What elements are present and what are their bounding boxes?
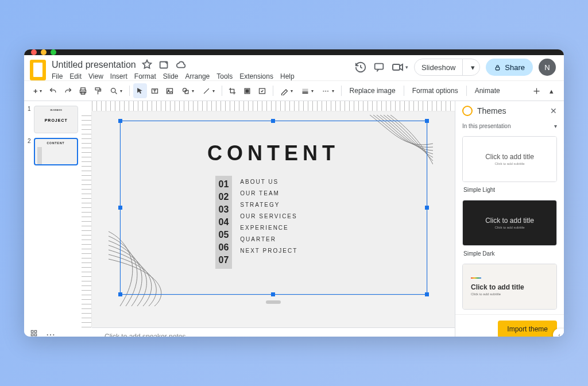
menu-arrange[interactable]: Arrange	[185, 72, 210, 80]
collapse-panel-icon[interactable]: ▴	[544, 83, 558, 98]
resize-handle[interactable]	[118, 292, 122, 296]
menu-file[interactable]: File	[52, 72, 63, 80]
format-options-button[interactable]: Format options	[408, 87, 463, 95]
themes-icon	[462, 106, 473, 116]
selection-outline	[120, 121, 427, 295]
svg-rect-10	[167, 88, 173, 94]
minimize-icon[interactable]	[41, 49, 47, 55]
resize-handle[interactable]	[425, 206, 429, 210]
svg-rect-18	[34, 330, 37, 333]
slide-thumbnail-1[interactable]: BUSINESS PROJECT	[34, 106, 78, 133]
svg-rect-17	[31, 330, 33, 333]
more-icon[interactable]: ⋯	[46, 329, 56, 337]
resize-handle[interactable]	[118, 119, 122, 123]
paint-format-button[interactable]	[91, 83, 105, 98]
workspace: 1 BUSINESS PROJECT 2 CONTENT	[24, 101, 564, 337]
image-button[interactable]	[163, 83, 177, 98]
chevron-down-icon[interactable]: ▾	[554, 123, 557, 129]
menu-extensions[interactable]: Extensions	[239, 72, 273, 80]
menu-slide[interactable]: Slide	[163, 72, 179, 80]
svg-rect-19	[31, 334, 33, 336]
menu-help[interactable]: Help	[280, 72, 295, 80]
speaker-notes[interactable]: Click to add speaker notes	[92, 327, 455, 337]
svg-rect-2	[393, 64, 400, 70]
menu-bar: File Edit View Insert Format Slide Arran…	[52, 72, 349, 80]
resize-handle[interactable]	[271, 119, 275, 123]
border-dash-button[interactable]: ▾	[318, 83, 338, 98]
star-icon[interactable]	[141, 59, 153, 71]
share-button[interactable]: Share	[486, 59, 533, 76]
line-button[interactable]: ▾	[199, 83, 218, 98]
cloud-status-icon[interactable]	[175, 59, 188, 71]
crop-button[interactable]	[226, 83, 239, 98]
bottom-left-controls: ⋯	[30, 329, 56, 337]
slide-number: 1	[28, 106, 32, 133]
account-avatar[interactable]: N	[539, 59, 556, 76]
textbox-button[interactable]	[148, 83, 162, 98]
menu-view[interactable]: View	[88, 72, 103, 80]
svg-rect-7	[95, 87, 100, 90]
canvas-stage[interactable]: CONTENT 01 02 03 04 05 06 07	[92, 111, 455, 327]
history-icon[interactable]	[354, 61, 367, 74]
slide-canvas[interactable]: CONTENT 01 02 03 04 05 06 07	[120, 121, 427, 295]
animate-button[interactable]: Animate	[470, 87, 505, 95]
avatar-initial: N	[544, 63, 550, 72]
new-slide-button[interactable]: +▾	[30, 83, 45, 98]
menu-edit[interactable]: Edit	[69, 72, 82, 80]
close-icon[interactable]	[31, 49, 37, 55]
maximize-icon[interactable]	[51, 49, 56, 55]
reset-image-button[interactable]	[256, 83, 269, 98]
svg-rect-20	[34, 334, 37, 336]
panel-section-label: In this presentation	[462, 123, 511, 129]
print-button[interactable]	[76, 83, 90, 98]
meet-icon[interactable]: ▾	[391, 61, 408, 74]
comments-icon[interactable]	[373, 61, 385, 74]
undo-button[interactable]	[47, 83, 60, 98]
slideshow-dropdown-icon[interactable]: ▾	[466, 63, 479, 72]
toolbar: +▾ ▾ ▾ ▾ ▾ ▾ ▾ Replace image Format opti…	[24, 80, 564, 101]
slideshow-button[interactable]: Slideshow ▾	[414, 59, 480, 76]
lock-icon	[494, 64, 501, 71]
close-panel-icon[interactable]: ✕	[550, 106, 557, 115]
resize-handle[interactable]	[118, 206, 122, 210]
shape-button[interactable]: ▾	[178, 83, 198, 98]
window-titlebar	[24, 49, 564, 55]
menu-format[interactable]: Format	[134, 72, 156, 80]
svg-point-8	[111, 88, 115, 92]
resize-handle[interactable]	[425, 119, 429, 123]
share-label: Share	[505, 63, 525, 72]
border-weight-button[interactable]: ▾	[297, 83, 317, 98]
resize-handle[interactable]	[271, 292, 275, 296]
theme-card-simple-light[interactable]: Click to add titleClick to add subtitle	[462, 136, 557, 182]
move-icon[interactable]	[158, 59, 171, 71]
replace-image-button[interactable]: Replace image	[345, 87, 400, 95]
slide-drag-handle[interactable]	[266, 300, 281, 304]
slide-number: 2	[28, 138, 32, 165]
document-title[interactable]: Untitled presentation	[52, 60, 136, 70]
slides-logo-icon	[30, 60, 46, 80]
canvas-area: CONTENT 01 02 03 04 05 06 07	[82, 101, 455, 337]
grid-view-icon[interactable]	[30, 329, 38, 337]
panel-title: Themes	[477, 106, 506, 115]
theme-card-streamline[interactable]: Click to add titleClick to add subtitle	[462, 264, 557, 310]
import-theme-button[interactable]: Import theme	[498, 321, 557, 337]
svg-rect-1	[375, 64, 384, 70]
theme-card-simple-dark[interactable]: Click to add titleClick to add subtitle	[462, 200, 557, 246]
explore-button[interactable]: ‹	[553, 329, 564, 337]
app-window: Untitled presentation File Edit View Ins…	[24, 49, 564, 337]
ruler-vertical	[82, 111, 92, 327]
slide-filmstrip: 1 BUSINESS PROJECT 2 CONTENT	[24, 101, 82, 337]
border-color-button[interactable]: ▾	[277, 83, 296, 98]
zoom-button[interactable]: ▾	[106, 83, 126, 98]
resize-handle[interactable]	[425, 292, 429, 296]
select-tool[interactable]	[133, 83, 147, 98]
svg-rect-15	[246, 90, 249, 92]
toolbar-overflow-icon[interactable]	[529, 83, 543, 98]
slide-thumbnail-2[interactable]: CONTENT	[34, 138, 78, 165]
menu-insert[interactable]: Insert	[110, 72, 127, 80]
redo-button[interactable]	[61, 83, 75, 98]
themes-list[interactable]: Click to add titleClick to add subtitle …	[455, 132, 564, 314]
header: Untitled presentation File Edit View Ins…	[24, 55, 564, 80]
mask-button[interactable]	[241, 83, 254, 98]
menu-tools[interactable]: Tools	[216, 72, 233, 80]
